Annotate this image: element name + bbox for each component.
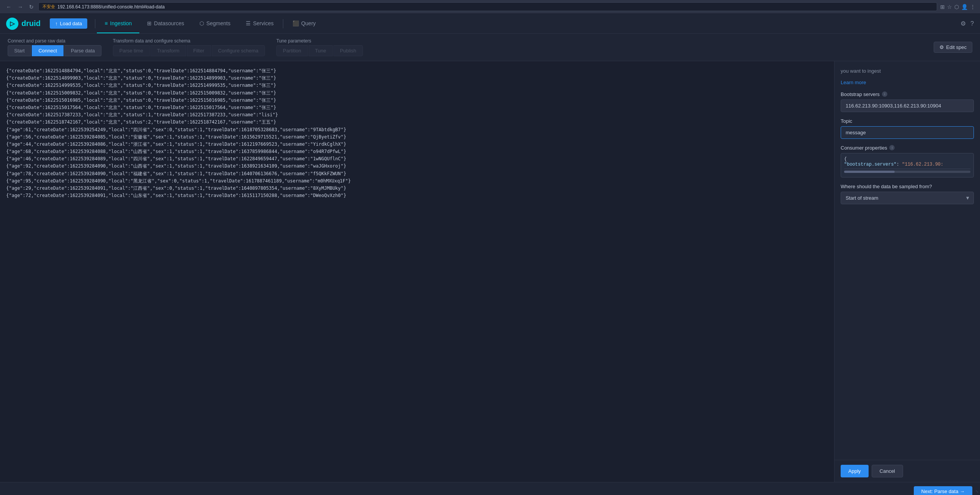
forward-button[interactable]: →	[16, 3, 24, 11]
app-logo[interactable]: ▷ druid	[6, 18, 41, 30]
right-panel: you want to ingest Learn more Bootstrap …	[835, 61, 980, 482]
query-label: Query	[301, 20, 316, 26]
sample-from-label-text: Where should the data be sampled from?	[841, 184, 932, 189]
topic-label: Topic	[841, 118, 974, 124]
wizard-bar: Connect and parse raw data Start Connect…	[0, 34, 980, 61]
wizard-section-2: Transform data and configure schema Pars…	[113, 38, 265, 56]
services-icon: ☰	[246, 20, 251, 26]
step-partition[interactable]: Partition	[276, 45, 308, 56]
services-label: Services	[253, 20, 274, 26]
step-connect[interactable]: Connect	[32, 45, 63, 56]
nav-datasources[interactable]: ⊞ Datasources	[139, 14, 192, 33]
extension-icon[interactable]: ⬡	[954, 4, 959, 10]
logo-icon: ▷	[6, 18, 18, 30]
step-parse-data[interactable]: Parse data	[64, 45, 101, 56]
consumer-props-line: "bootstrap.servers": "116.62.213.90:	[844, 162, 970, 167]
browser-bar: ← → ↻ 不安全 192.168.64.173:8888/unified-co…	[0, 0, 980, 14]
consumer-props-info-icon[interactable]: i	[889, 145, 895, 150]
nav-services[interactable]: ☰ Services	[238, 14, 281, 33]
consumer-props-label: Consumer properties i	[841, 145, 974, 151]
panel-description: you want to ingest	[841, 67, 974, 75]
datasources-icon: ⊞	[147, 20, 152, 26]
security-warning: 不安全	[42, 4, 55, 10]
step-tune[interactable]: Tune	[309, 45, 333, 56]
nav-links: ≡ Ingestion ⊞ Datasources ⬡ Segments ☰ S…	[97, 14, 960, 33]
consumer-props-group: Consumer properties i { "bootstrap.serve…	[841, 145, 974, 177]
step-publish[interactable]: Publish	[333, 45, 363, 56]
next-button[interactable]: Next: Parse data →	[914, 486, 972, 495]
wizard-section-1-steps: Start Connect Parse data	[8, 45, 101, 56]
browser-actions: ⊞ ☆ ⬡ 👤 ⋮	[940, 4, 975, 10]
topic-label-text: Topic	[841, 118, 852, 124]
step-transform[interactable]: Transform	[150, 45, 186, 56]
bootstrap-servers-label: Bootstrap servers i	[841, 91, 974, 97]
address-bar[interactable]: 不安全 192.168.64.173:8888/unified-console.…	[38, 2, 937, 11]
nav-ingestion[interactable]: ≡ Ingestion	[97, 14, 139, 33]
datasources-label: Datasources	[154, 20, 184, 26]
wizard-section-3-steps: Partition Tune Publish	[276, 45, 363, 56]
consumer-props-area[interactable]: { "bootstrap.servers": "116.62.213.90:	[841, 153, 974, 177]
topic-group: Topic	[841, 118, 974, 139]
nav-query[interactable]: ⬛ Query	[285, 14, 323, 33]
back-button[interactable]: ←	[5, 3, 13, 11]
wizard-section-1: Connect and parse raw data Start Connect…	[8, 38, 101, 56]
help-icon[interactable]: ?	[970, 20, 974, 27]
consumer-props-brace: {	[844, 156, 970, 162]
url-text: 192.168.64.173:8888/unified-console.html…	[57, 4, 165, 10]
learn-more-link[interactable]: Learn more	[841, 80, 866, 85]
bookmark-icon[interactable]: ☆	[947, 4, 952, 10]
panel-actions: Apply Cancel	[835, 460, 980, 482]
topic-input[interactable]	[841, 126, 974, 139]
segments-icon: ⬡	[199, 20, 204, 26]
nav-separator-2	[283, 19, 283, 28]
logo-text: druid	[21, 19, 41, 28]
ingestion-icon: ≡	[105, 20, 108, 26]
next-label: Next: Parse data →	[921, 488, 965, 494]
apply-button[interactable]: Apply	[841, 465, 869, 477]
props-scroll-thumb	[844, 171, 895, 173]
main-content: {"createDate":1622514884794,"local":"北京"…	[0, 61, 980, 482]
wizard-section-2-steps: Parse time Transform Filter Configure sc…	[113, 45, 265, 56]
app-navbar: ▷ druid ↑ Load data ≡ Ingestion ⊞ Dataso…	[0, 14, 980, 34]
step-start[interactable]: Start	[8, 45, 31, 56]
right-panel-content: you want to ingest Learn more Bootstrap …	[835, 61, 980, 460]
upload-icon: ↑	[55, 21, 58, 26]
nav-right: ⚙ ?	[960, 20, 974, 27]
segments-label: Segments	[206, 20, 230, 26]
nav-segments[interactable]: ⬡ Segments	[192, 14, 238, 33]
bootstrap-servers-input[interactable]	[841, 99, 974, 112]
browser-action-icon[interactable]: ⊞	[940, 4, 945, 10]
edit-spec-button[interactable]: ⚙ Edit spec	[934, 42, 972, 53]
wizard-section-2-label: Transform data and configure schema	[113, 38, 265, 44]
sample-from-select-wrapper: Start of stream End of stream Beginning …	[841, 192, 974, 204]
refresh-button[interactable]: ↻	[28, 3, 35, 11]
sample-from-group: Where should the data be sampled from? S…	[841, 184, 974, 204]
consumer-props-label-text: Consumer properties	[841, 145, 887, 151]
wizard-section-1-label: Connect and parse raw data	[8, 38, 101, 44]
step-configure-schema[interactable]: Configure schema	[212, 45, 265, 56]
sample-from-label: Where should the data be sampled from?	[841, 184, 974, 189]
data-preview-panel[interactable]: {"createDate":1622514884794,"local":"北京"…	[0, 61, 835, 482]
menu-icon[interactable]: ⋮	[970, 4, 975, 10]
settings-icon[interactable]: ⚙	[960, 20, 966, 27]
bootstrap-label-text: Bootstrap servers	[841, 91, 880, 97]
nav-separator-1	[95, 19, 95, 28]
data-lines: {"createDate":1622514884794,"local":"北京"…	[6, 67, 828, 199]
consumer-props-val: "116.62.213.90:	[902, 162, 943, 167]
edit-spec-icon: ⚙	[939, 44, 944, 50]
ingestion-label: Ingestion	[110, 20, 132, 26]
props-scroll-track	[844, 171, 970, 173]
bottom-bar: Next: Parse data →	[0, 482, 980, 495]
bootstrap-info-icon[interactable]: i	[882, 91, 887, 97]
profile-icon[interactable]: 👤	[961, 4, 968, 10]
consumer-props-key: "bootstrap.servers"	[844, 162, 897, 167]
step-filter[interactable]: Filter	[187, 45, 211, 56]
load-data-label: Load data	[60, 21, 82, 26]
wizard-section-3-label: Tune parameters	[276, 38, 363, 44]
props-scrollbar[interactable]	[844, 169, 970, 173]
query-icon: ⬛	[292, 20, 299, 26]
cancel-button[interactable]: Cancel	[872, 465, 903, 477]
step-parse-time[interactable]: Parse time	[113, 45, 150, 56]
sample-from-select[interactable]: Start of stream End of stream Beginning …	[841, 192, 974, 204]
load-data-button[interactable]: ↑ Load data	[50, 18, 87, 29]
